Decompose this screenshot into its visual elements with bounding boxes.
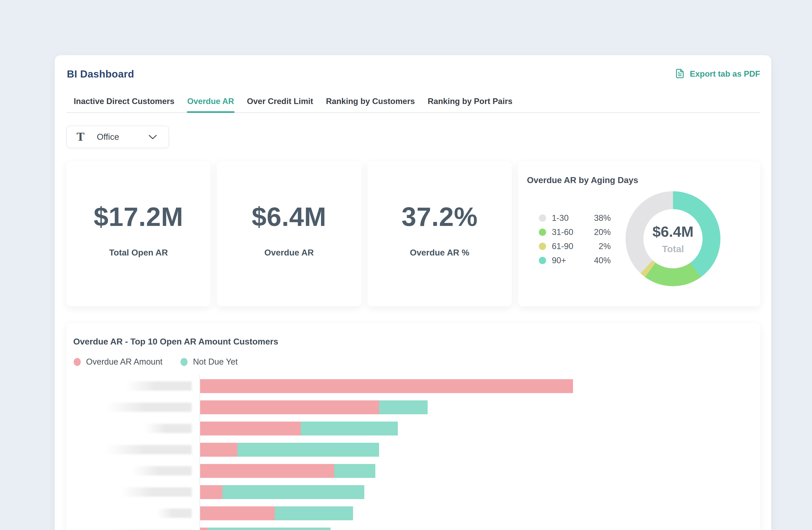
export-pdf-button[interactable]: Export tab as PDF [675, 68, 760, 80]
bar-notdue-segment [379, 400, 427, 414]
donut-legend-value: 2% [586, 241, 611, 251]
dashboard-panel: BI Dashboard Export tab as PDF Inactive … [55, 55, 771, 530]
redacted-customer-label [121, 487, 192, 497]
bar-row[interactable] [73, 524, 750, 530]
redacted-customer-label [145, 424, 192, 433]
redacted-customer-label [106, 445, 192, 454]
redacted-customer-label [157, 508, 192, 518]
bar-notdue-segment [237, 443, 379, 457]
aging-days-donut-card: Overdue AR by Aging Days 1-30 38% 31-60 … [518, 161, 760, 306]
bar-legend-dot [74, 358, 81, 366]
bar-overdue-segment [200, 506, 275, 520]
bar-overdue-segment [200, 528, 208, 530]
kpi-value: 37.2% [402, 201, 478, 232]
tab-ranking-by-customers[interactable]: Ranking by Customers [325, 97, 415, 112]
bar-overdue-segment [200, 421, 301, 435]
donut-legend-label: 31-60 [552, 227, 586, 237]
donut-legend-label: 61-90 [552, 241, 586, 251]
donut-legend-row: 90+ 40% [539, 256, 611, 265]
kpi-cards-row: $17.2M Total Open AR $6.4M Overdue AR 37… [67, 161, 760, 306]
kpi-card-overdue-ar-pct: 37.2% Overdue AR % [367, 161, 512, 306]
donut-legend-dot [539, 228, 546, 236]
donut-legend-value: 38% [586, 213, 611, 223]
bar-overdue-segment [200, 464, 334, 478]
panel-header: BI Dashboard Export tab as PDF [67, 68, 760, 80]
donut-legend-dot [539, 243, 546, 250]
bar-row[interactable] [73, 439, 750, 460]
donut-legend-label: 1-30 [552, 213, 586, 223]
bar-notdue-segment [334, 464, 375, 478]
bar-row[interactable] [73, 460, 750, 482]
donut-legend-row: 31-60 20% [539, 228, 611, 236]
bar-legend-dot [180, 358, 188, 366]
filter-row: T Office [67, 126, 760, 148]
redacted-customer-label [126, 381, 192, 391]
bar-overdue-segment [200, 485, 222, 499]
text-field-icon: T [76, 131, 85, 143]
donut-legend-value: 20% [586, 227, 611, 237]
kpi-card-overdue-ar: $6.4M Overdue AR [217, 161, 361, 306]
donut-total-label: Total [662, 243, 684, 254]
bar-row[interactable] [73, 503, 750, 524]
donut-legend-dot [539, 257, 546, 264]
tab-over-credit-limit[interactable]: Over Credit Limit [246, 97, 314, 112]
bar-row[interactable] [73, 375, 750, 396]
donut-legend-row: 1-30 38% [539, 214, 611, 222]
bar-overdue-segment [200, 400, 379, 414]
bar-legend: Overdue AR Amount Not Due Yet [73, 357, 750, 366]
office-filter-select[interactable]: T Office [67, 126, 169, 148]
bar-overdue-segment [200, 379, 573, 393]
kpi-card-total-open-ar: $17.2M Total Open AR [67, 161, 211, 306]
bar-row[interactable] [73, 418, 750, 439]
bar-plot [73, 375, 750, 530]
bar-notdue-segment [301, 421, 397, 435]
kpi-label: Total Open AR [109, 248, 168, 257]
document-export-icon [675, 68, 685, 80]
donut-legend-dot [539, 214, 546, 222]
donut-center: $6.4M Total [643, 209, 702, 268]
bar-legend-label: Overdue AR Amount [86, 357, 162, 366]
bar-overdue-segment [200, 443, 237, 457]
bar-legend-item-overdue: Overdue AR Amount [74, 357, 162, 366]
kpi-value: $6.4M [252, 201, 327, 232]
donut-card-title: Overdue AR by Aging Days [527, 175, 638, 185]
page-title: BI Dashboard [67, 68, 134, 80]
bar-notdue-segment [222, 485, 364, 499]
chevron-down-icon [148, 134, 157, 140]
bar-row[interactable] [73, 396, 750, 418]
tab-inactive-direct-customers[interactable]: Inactive Direct Customers [73, 97, 175, 112]
bar-notdue-segment [275, 506, 353, 520]
kpi-label: Overdue AR [264, 248, 314, 257]
bar-card-title: Overdue AR - Top 10 Open AR Amount Custo… [73, 337, 750, 347]
donut-legend-label: 90+ [552, 256, 586, 265]
donut-legend-value: 40% [586, 256, 611, 265]
export-pdf-label: Export tab as PDF [690, 69, 760, 79]
bar-legend-label: Not Due Yet [193, 357, 238, 366]
redacted-customer-label [132, 466, 192, 475]
office-filter-label: Office [97, 132, 148, 142]
donut-legend-row: 61-90 2% [539, 242, 611, 250]
donut-chart[interactable]: $6.4M Total [626, 191, 721, 286]
top-customers-bar-card: Overdue AR - Top 10 Open AR Amount Custo… [67, 323, 760, 530]
tab-bar: Inactive Direct Customers Overdue AR Ove… [67, 97, 760, 113]
kpi-label: Overdue AR % [410, 248, 469, 257]
redacted-customer-label [106, 403, 192, 412]
tab-overdue-ar[interactable]: Overdue AR [187, 97, 234, 112]
tab-ranking-by-port-pairs[interactable]: Ranking by Port Pairs [427, 97, 513, 112]
bar-notdue-segment [208, 528, 331, 530]
bar-row[interactable] [73, 482, 750, 503]
bar-legend-item-not-due: Not Due Yet [180, 357, 238, 366]
donut-legend: 1-30 38% 31-60 20% 61-90 2% 90+ 40% [539, 214, 611, 265]
kpi-value: $17.2M [94, 201, 183, 232]
donut-total-value: $6.4M [652, 223, 694, 240]
